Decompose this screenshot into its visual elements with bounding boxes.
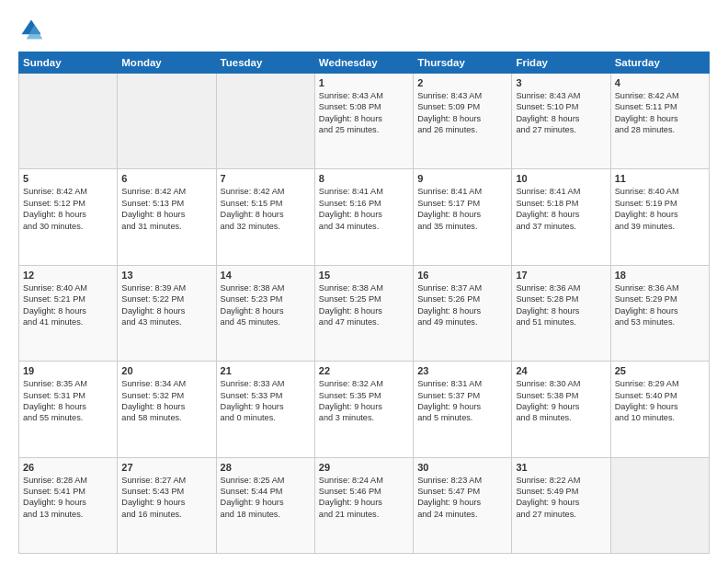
calendar-cell: 29Sunrise: 8:24 AM Sunset: 5:46 PM Dayli… (314, 457, 413, 553)
day-number: 16 (417, 270, 507, 281)
calendar-cell: 17Sunrise: 8:36 AM Sunset: 5:28 PM Dayli… (512, 265, 610, 361)
weekday-header: Sunday (19, 52, 118, 74)
cell-content: Sunrise: 8:42 AM Sunset: 5:12 PM Dayligh… (23, 186, 113, 232)
calendar-cell: 13Sunrise: 8:39 AM Sunset: 5:22 PM Dayli… (118, 265, 216, 361)
header (18, 17, 710, 42)
day-number: 27 (121, 462, 211, 473)
day-number: 19 (23, 365, 113, 376)
day-number: 13 (121, 270, 211, 281)
cell-content: Sunrise: 8:43 AM Sunset: 5:08 PM Dayligh… (319, 90, 409, 136)
calendar-cell: 14Sunrise: 8:38 AM Sunset: 5:23 PM Dayli… (216, 265, 314, 361)
day-number: 26 (23, 462, 113, 473)
day-number: 6 (121, 173, 211, 184)
calendar-cell: 25Sunrise: 8:29 AM Sunset: 5:40 PM Dayli… (610, 362, 709, 457)
day-number: 8 (319, 173, 409, 184)
calendar-cell: 16Sunrise: 8:37 AM Sunset: 5:26 PM Dayli… (414, 265, 512, 361)
calendar-cell: 15Sunrise: 8:38 AM Sunset: 5:25 PM Dayli… (314, 265, 413, 361)
cell-content: Sunrise: 8:30 AM Sunset: 5:38 PM Dayligh… (516, 378, 606, 424)
cell-content: Sunrise: 8:35 AM Sunset: 5:31 PM Dayligh… (23, 378, 113, 424)
calendar-cell: 26Sunrise: 8:28 AM Sunset: 5:41 PM Dayli… (19, 457, 118, 553)
cell-content: Sunrise: 8:42 AM Sunset: 5:15 PM Dayligh… (221, 186, 311, 232)
day-number: 14 (221, 270, 311, 281)
day-number: 2 (417, 77, 507, 88)
calendar-cell: 8Sunrise: 8:41 AM Sunset: 5:16 PM Daylig… (314, 169, 413, 265)
day-number: 21 (221, 365, 311, 376)
calendar-cell: 21Sunrise: 8:33 AM Sunset: 5:33 PM Dayli… (216, 362, 314, 457)
cell-content: Sunrise: 8:41 AM Sunset: 5:18 PM Dayligh… (516, 186, 606, 232)
calendar-cell: 27Sunrise: 8:27 AM Sunset: 5:43 PM Dayli… (118, 457, 216, 553)
day-number: 1 (319, 77, 409, 88)
cell-content: Sunrise: 8:28 AM Sunset: 5:41 PM Dayligh… (23, 475, 113, 521)
cell-content: Sunrise: 8:42 AM Sunset: 5:11 PM Dayligh… (615, 90, 705, 136)
cell-content: Sunrise: 8:40 AM Sunset: 5:19 PM Dayligh… (615, 186, 705, 232)
calendar-cell: 5Sunrise: 8:42 AM Sunset: 5:12 PM Daylig… (19, 169, 118, 265)
calendar-cell: 18Sunrise: 8:36 AM Sunset: 5:29 PM Dayli… (610, 265, 709, 361)
cell-content: Sunrise: 8:41 AM Sunset: 5:16 PM Dayligh… (319, 186, 409, 232)
cell-content: Sunrise: 8:33 AM Sunset: 5:33 PM Dayligh… (221, 378, 311, 424)
cell-content: Sunrise: 8:43 AM Sunset: 5:09 PM Dayligh… (417, 90, 507, 136)
calendar-page: SundayMondayTuesdayWednesdayThursdayFrid… (0, 0, 728, 563)
calendar-week-row: 5Sunrise: 8:42 AM Sunset: 5:12 PM Daylig… (19, 169, 710, 265)
calendar-table: SundayMondayTuesdayWednesdayThursdayFrid… (18, 52, 710, 554)
cell-content: Sunrise: 8:32 AM Sunset: 5:35 PM Dayligh… (319, 378, 409, 424)
calendar-cell: 31Sunrise: 8:22 AM Sunset: 5:49 PM Dayli… (512, 457, 610, 553)
cell-content: Sunrise: 8:36 AM Sunset: 5:28 PM Dayligh… (516, 282, 606, 328)
day-number: 29 (319, 462, 409, 473)
cell-content: Sunrise: 8:24 AM Sunset: 5:46 PM Dayligh… (319, 475, 409, 521)
day-number: 3 (516, 77, 606, 88)
calendar-week-row: 19Sunrise: 8:35 AM Sunset: 5:31 PM Dayli… (19, 362, 710, 457)
calendar-cell (118, 74, 216, 169)
day-number: 4 (615, 77, 705, 88)
cell-content: Sunrise: 8:43 AM Sunset: 5:10 PM Dayligh… (516, 90, 606, 136)
cell-content: Sunrise: 8:39 AM Sunset: 5:22 PM Dayligh… (121, 282, 211, 328)
calendar-cell: 30Sunrise: 8:23 AM Sunset: 5:47 PM Dayli… (414, 457, 512, 553)
day-number: 11 (615, 173, 705, 184)
calendar-cell: 10Sunrise: 8:41 AM Sunset: 5:18 PM Dayli… (512, 169, 610, 265)
calendar-cell: 9Sunrise: 8:41 AM Sunset: 5:17 PM Daylig… (414, 169, 512, 265)
calendar-week-row: 1Sunrise: 8:43 AM Sunset: 5:08 PM Daylig… (19, 74, 710, 169)
calendar-cell: 20Sunrise: 8:34 AM Sunset: 5:32 PM Dayli… (118, 362, 216, 457)
day-number: 5 (23, 173, 113, 184)
calendar-cell: 11Sunrise: 8:40 AM Sunset: 5:19 PM Dayli… (610, 169, 709, 265)
calendar-cell (216, 74, 314, 169)
day-number: 30 (417, 462, 507, 473)
cell-content: Sunrise: 8:25 AM Sunset: 5:44 PM Dayligh… (221, 475, 311, 521)
calendar-header: SundayMondayTuesdayWednesdayThursdayFrid… (19, 52, 710, 74)
weekday-header: Saturday (610, 52, 709, 74)
weekday-header: Monday (118, 52, 216, 74)
day-number: 10 (516, 173, 606, 184)
logo-icon (18, 17, 44, 42)
calendar-cell: 19Sunrise: 8:35 AM Sunset: 5:31 PM Dayli… (19, 362, 118, 457)
cell-content: Sunrise: 8:27 AM Sunset: 5:43 PM Dayligh… (121, 475, 211, 521)
calendar-cell: 6Sunrise: 8:42 AM Sunset: 5:13 PM Daylig… (118, 169, 216, 265)
day-number: 25 (615, 365, 705, 376)
day-number: 31 (516, 462, 606, 473)
calendar-cell: 22Sunrise: 8:32 AM Sunset: 5:35 PM Dayli… (314, 362, 413, 457)
cell-content: Sunrise: 8:23 AM Sunset: 5:47 PM Dayligh… (417, 475, 507, 521)
cell-content: Sunrise: 8:41 AM Sunset: 5:17 PM Dayligh… (417, 186, 507, 232)
day-number: 28 (221, 462, 311, 473)
cell-content: Sunrise: 8:38 AM Sunset: 5:23 PM Dayligh… (221, 282, 311, 328)
cell-content: Sunrise: 8:36 AM Sunset: 5:29 PM Dayligh… (615, 282, 705, 328)
weekday-row: SundayMondayTuesdayWednesdayThursdayFrid… (19, 52, 710, 74)
cell-content: Sunrise: 8:22 AM Sunset: 5:49 PM Dayligh… (516, 475, 606, 521)
calendar-cell: 7Sunrise: 8:42 AM Sunset: 5:15 PM Daylig… (216, 169, 314, 265)
day-number: 20 (121, 365, 211, 376)
cell-content: Sunrise: 8:37 AM Sunset: 5:26 PM Dayligh… (417, 282, 507, 328)
calendar-body: 1Sunrise: 8:43 AM Sunset: 5:08 PM Daylig… (19, 74, 710, 554)
day-number: 17 (516, 270, 606, 281)
weekday-header: Wednesday (314, 52, 413, 74)
calendar-cell: 4Sunrise: 8:42 AM Sunset: 5:11 PM Daylig… (610, 74, 709, 169)
cell-content: Sunrise: 8:42 AM Sunset: 5:13 PM Dayligh… (121, 186, 211, 232)
weekday-header: Friday (512, 52, 610, 74)
calendar-cell: 1Sunrise: 8:43 AM Sunset: 5:08 PM Daylig… (314, 74, 413, 169)
calendar-week-row: 12Sunrise: 8:40 AM Sunset: 5:21 PM Dayli… (19, 265, 710, 361)
calendar-cell (19, 74, 118, 169)
day-number: 12 (23, 270, 113, 281)
day-number: 7 (221, 173, 311, 184)
logo (18, 17, 48, 42)
day-number: 9 (417, 173, 507, 184)
day-number: 24 (516, 365, 606, 376)
cell-content: Sunrise: 8:34 AM Sunset: 5:32 PM Dayligh… (121, 378, 211, 424)
cell-content: Sunrise: 8:40 AM Sunset: 5:21 PM Dayligh… (23, 282, 113, 328)
